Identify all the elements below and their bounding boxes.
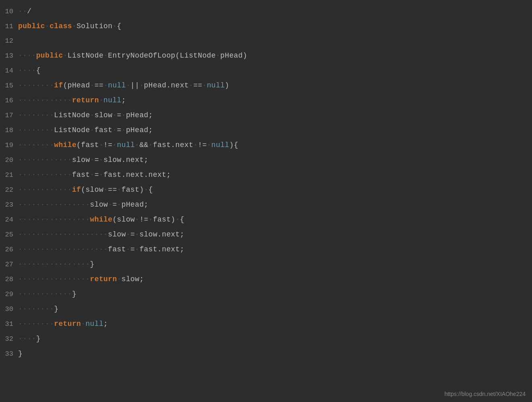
line-num-29: 29 xyxy=(0,288,18,301)
line-content-18: ········ListNode·fast·=·pHead; xyxy=(18,124,532,137)
code-editor: 10 ··/ 11 public·class·Solution·{ 12 13 … xyxy=(0,0,532,402)
line-num-12: 12 xyxy=(0,35,18,48)
line-content-19: ········while(fast·!=·null·&&·fast.next·… xyxy=(18,139,532,151)
line-num-27: 27 xyxy=(0,258,18,271)
line-content-31: ········return·null; xyxy=(18,317,532,330)
line-num-14: 14 xyxy=(0,64,18,77)
code-line-26: 26 ····················fast·=·fast.next; xyxy=(0,242,532,257)
code-line-17: 17 ········ListNode·slow·=·pHead; xyxy=(0,108,532,123)
line-num-10: 10 xyxy=(0,5,18,18)
line-content-17: ········ListNode·slow·=·pHead; xyxy=(18,109,532,122)
line-num-22: 22 xyxy=(0,184,18,197)
line-content-16: ············return·null; xyxy=(18,94,532,107)
line-content-33: } xyxy=(18,347,532,360)
code-line-15: 15 ········if(pHead·==·null·||·pHead.nex… xyxy=(0,78,532,93)
line-content-27: ················} xyxy=(18,258,532,271)
code-line-25: 25 ····················slow·=·slow.next; xyxy=(0,227,532,242)
line-content-30: ········} xyxy=(18,303,532,315)
code-line-30: 30 ········} xyxy=(0,302,532,317)
line-content-28: ················return·slow; xyxy=(18,273,532,286)
line-content-22: ············if(slow·==·fast)·{ xyxy=(18,183,532,196)
line-content-14: ····{ xyxy=(18,64,532,77)
line-content-32: ····} xyxy=(18,332,532,345)
line-content-20: ············slow·=·slow.next; xyxy=(18,153,532,166)
line-num-17: 17 xyxy=(0,109,18,122)
line-content-23: ················slow·=·pHead; xyxy=(18,198,532,211)
code-line-19: 19 ········while(fast·!=·null·&&·fast.ne… xyxy=(0,138,532,153)
line-num-18: 18 xyxy=(0,124,18,137)
line-num-25: 25 xyxy=(0,228,18,241)
code-line-31: 31 ········return·null; xyxy=(0,317,532,332)
code-line-29: 29 ············} xyxy=(0,287,532,302)
line-num-28: 28 xyxy=(0,273,18,286)
line-content-26: ····················fast·=·fast.next; xyxy=(18,243,532,256)
code-line-16: 16 ············return·null; xyxy=(0,93,532,108)
line-content-11: public·class·Solution·{ xyxy=(18,20,532,33)
code-line-28: 28 ················return·slow; xyxy=(0,272,532,287)
line-num-16: 16 xyxy=(0,94,18,107)
line-num-32: 32 xyxy=(0,333,18,346)
code-line-18: 18 ········ListNode·fast·=·pHead; xyxy=(0,123,532,138)
code-line-10: 10 ··/ xyxy=(0,4,532,19)
watermark: https://blog.csdn.net/XIAOhe224 xyxy=(444,391,526,397)
line-num-11: 11 xyxy=(0,20,18,33)
code-line-21: 21 ············fast·=·fast.next.next; xyxy=(0,168,532,182)
code-line-22: 22 ············if(slow·==·fast)·{ xyxy=(0,182,532,197)
code-line-12: 12 xyxy=(0,34,532,48)
line-num-23: 23 xyxy=(0,199,18,211)
line-content-25: ····················slow·=·slow.next; xyxy=(18,228,532,241)
line-num-19: 19 xyxy=(0,139,18,152)
line-content-21: ············fast·=·fast.next.next; xyxy=(18,168,532,181)
code-line-14: 14 ····{ xyxy=(0,63,532,78)
line-num-26: 26 xyxy=(0,243,18,256)
line-num-30: 30 xyxy=(0,303,18,316)
line-num-13: 13 xyxy=(0,50,18,62)
line-content-10: ··/ xyxy=(18,5,532,18)
line-content-29: ············} xyxy=(18,288,532,300)
line-content-24: ················while(slow·!=·fast)·{ xyxy=(18,213,532,226)
code-line-33: 33 } xyxy=(0,346,532,361)
line-num-24: 24 xyxy=(0,213,18,226)
code-line-23: 23 ················slow·=·pHead; xyxy=(0,197,532,212)
code-line-20: 20 ············slow·=·slow.next; xyxy=(0,153,532,168)
line-num-33: 33 xyxy=(0,348,18,361)
code-line-32: 32 ····} xyxy=(0,332,532,346)
line-num-20: 20 xyxy=(0,154,18,167)
code-line-24: 24 ················while(slow·!=·fast)·{ xyxy=(0,212,532,227)
code-line-27: 27 ················} xyxy=(0,257,532,272)
line-content-15: ········if(pHead·==·null·||·pHead.next·=… xyxy=(18,79,532,92)
line-num-15: 15 xyxy=(0,79,18,92)
line-content-13: ····public·ListNode·EntryNodeOfLoop(List… xyxy=(18,49,532,62)
line-num-21: 21 xyxy=(0,169,18,182)
line-num-31: 31 xyxy=(0,318,18,331)
code-line-11: 11 public·class·Solution·{ xyxy=(0,19,532,34)
code-line-13: 13 ····public·ListNode·EntryNodeOfLoop(L… xyxy=(0,48,532,63)
